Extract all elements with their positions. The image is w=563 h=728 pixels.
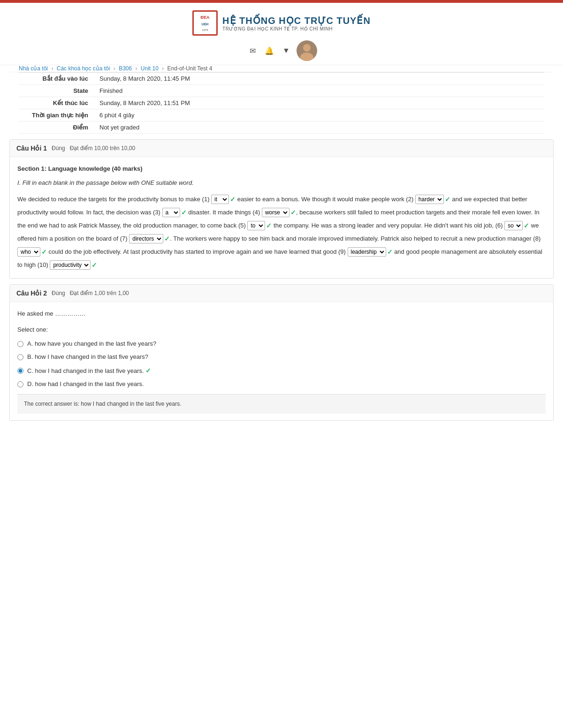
- question-2-body: He asked me …………… Select one: A. how hav…: [10, 302, 553, 420]
- breadcrumb-home[interactable]: Nhà của tôi: [19, 65, 48, 72]
- opt-c-radio[interactable]: [17, 368, 23, 374]
- dropdown-arrow-icon[interactable]: ▼: [280, 44, 293, 57]
- nav-icons: ✉ 🔔 ▼: [246, 40, 317, 61]
- answer-select[interactable]: to▼: [247, 221, 265, 230]
- breadcrumb-current: End-of-Unit Test 4: [167, 65, 213, 72]
- correct-answer-text: The correct answer is: how I had changed…: [24, 401, 182, 407]
- inline-answer: who▼✓: [17, 245, 47, 258]
- passage-text: the company. He was a strong leader and …: [272, 222, 504, 229]
- info-label: Bắt đầu vào lúc: [19, 73, 94, 85]
- question-2-status: Đúng: [52, 290, 65, 296]
- inline-answer: leadership▼✓: [348, 245, 393, 258]
- breadcrumb-b306[interactable]: B306: [119, 65, 132, 72]
- inline-answer: directors▼✓: [129, 232, 170, 245]
- radio-option: A. how have you changed in the last five…: [17, 339, 546, 349]
- answer-select[interactable]: productivity▼: [50, 260, 91, 270]
- svg-point-5: [303, 44, 311, 52]
- answer-select[interactable]: directors▼: [129, 234, 163, 243]
- info-value: Sunday, 8 March 2020, 11:51 PM: [94, 97, 544, 109]
- passage-text: . The workers were happy to see him back…: [170, 235, 540, 242]
- inline-answer: to▼✓: [247, 219, 272, 232]
- correct-checkmark-icon: ✓: [266, 219, 272, 232]
- question-1-header: Câu Hỏi 1 Đúng Đạt điểm 10,00 trên 10,00: [10, 140, 553, 157]
- question-1-title: Câu Hỏi 1: [16, 144, 47, 152]
- correct-checkmark-icon: ✓: [91, 258, 97, 272]
- question-2-title: Câu Hỏi 2: [16, 289, 47, 297]
- correct-checkmark-icon: ✓: [387, 245, 393, 258]
- correct-checkmark-icon: ✓: [181, 206, 187, 219]
- correct-checkmark-icon: ✓: [164, 232, 170, 245]
- section-title: Section 1: Language knowledge (40 marks): [17, 164, 546, 174]
- fill-instruction: I. Fill in each blank in the passage bel…: [17, 178, 546, 188]
- question-1-card: Câu Hỏi 1 Đúng Đạt điểm 10,00 trên 10,00…: [9, 139, 554, 279]
- opt-b-radio[interactable]: [17, 354, 23, 360]
- svg-text:1976: 1976: [202, 29, 208, 31]
- message-icon[interactable]: ✉: [246, 44, 259, 57]
- inline-answer: it▼✓: [211, 193, 236, 206]
- header: ĐEA UEH 1976 HỆ THỐNG HỌC TRỰC TUYẾN TRƯ…: [0, 3, 563, 65]
- avatar[interactable]: [297, 40, 317, 61]
- passage-text: We decided to reduce the targets for the…: [17, 196, 211, 203]
- info-row: ĐiểmNot yet graded: [19, 121, 544, 134]
- opt-d-label: D. how had I changed in the last five ye…: [27, 379, 144, 389]
- answer-select[interactable]: a▼: [162, 208, 180, 217]
- svg-text:ĐEA: ĐEA: [201, 15, 210, 20]
- info-label: State: [19, 85, 94, 97]
- info-row: Kết thúc lúcSunday, 8 March 2020, 11:51 …: [19, 97, 544, 109]
- correct-answer-box: The correct answer is: how I had changed…: [17, 394, 546, 413]
- bell-icon[interactable]: 🔔: [263, 44, 276, 57]
- answer-select[interactable]: leadership▼: [348, 247, 386, 257]
- info-row: Thời gian thực hiện6 phút 4 giây: [19, 109, 544, 121]
- opt-c-label: C. how I had changed in the last five ye…: [27, 365, 151, 377]
- correct-checkmark-icon: ✓: [290, 206, 296, 219]
- info-value: Finished: [94, 85, 544, 97]
- breadcrumb-unit10[interactable]: Unit 10: [141, 65, 159, 72]
- opt-a-label: A. how have you changed in the last five…: [27, 339, 156, 349]
- opt-d-radio[interactable]: [17, 381, 23, 387]
- university-logo: ĐEA UEH 1976: [192, 10, 218, 36]
- radio-option: B. how I have changed in the last five y…: [17, 352, 546, 362]
- inline-answer: harder▼✓: [415, 193, 450, 206]
- inline-answer: a▼✓: [162, 206, 187, 219]
- answer-select[interactable]: who▼: [17, 247, 40, 257]
- answer-select[interactable]: harder▼: [415, 195, 444, 204]
- info-row: StateFinished: [19, 85, 544, 97]
- info-label: Điểm: [19, 121, 94, 134]
- breadcrumb-courses[interactable]: Các khoá học của tôi: [57, 65, 110, 72]
- info-table: Bắt đầu vào lúcSunday, 8 March 2020, 11:…: [19, 72, 544, 134]
- info-value: Not yet graded: [94, 121, 544, 134]
- opt-b-label: B. how I have changed in the last five y…: [27, 352, 148, 362]
- question-1-status: Đúng: [52, 145, 65, 152]
- opt-a-radio[interactable]: [17, 341, 23, 347]
- correct-checkmark-icon: ✓: [230, 193, 236, 206]
- info-section: Bắt đầu vào lúcSunday, 8 March 2020, 11:…: [9, 72, 554, 134]
- question-2-stem: He asked me ……………: [17, 309, 546, 319]
- answer-select[interactable]: worse▼: [262, 208, 289, 217]
- radio-option: C. how I had changed in the last five ye…: [17, 365, 546, 377]
- inline-answer: productivity▼✓: [50, 258, 97, 272]
- info-value: 6 phút 4 giây: [94, 109, 544, 121]
- answer-select[interactable]: so▼: [504, 221, 523, 230]
- info-label: Thời gian thực hiện: [19, 109, 94, 121]
- correct-checkmark-icon: ✓: [524, 219, 529, 232]
- correct-checkmark-icon: ✓: [445, 193, 450, 206]
- svg-text:UEH: UEH: [202, 23, 209, 26]
- question-1-body: Section 1: Language knowledge (40 marks)…: [10, 157, 553, 278]
- passage-text: disaster. It made things (4): [187, 209, 262, 216]
- select-label: Select one:: [17, 325, 546, 335]
- breadcrumb: Nhà của tôi › Các khoá học của tôi › B30…: [9, 65, 554, 72]
- correct-checkmark-icon: ✓: [41, 245, 47, 258]
- info-label: Kết thúc lúc: [19, 97, 94, 109]
- answer-select[interactable]: it▼: [211, 195, 229, 204]
- question-2-score: Đạt điểm 1,00 trên 1,00: [70, 290, 129, 296]
- university-name: HỆ THỐNG HỌC TRỰC TUYẾN TRƯỜNG ĐẠI HỌC K…: [222, 15, 371, 31]
- question-2-header: Câu Hỏi 2 Đúng Đạt điểm 1,00 trên 1,00: [10, 285, 553, 302]
- inline-answer: worse▼✓: [262, 206, 296, 219]
- correct-checkmark-icon: ✓: [144, 367, 152, 374]
- inline-answer: so▼✓: [504, 219, 529, 232]
- radio-option: D. how had I changed in the last five ye…: [17, 379, 546, 389]
- question-2-card: Câu Hỏi 2 Đúng Đạt điểm 1,00 trên 1,00 H…: [9, 284, 554, 421]
- passage-block: We decided to reduce the targets for the…: [17, 193, 546, 272]
- info-value: Sunday, 8 March 2020, 11:45 PM: [94, 73, 544, 85]
- question-1-score: Đạt điểm 10,00 trên 10,00: [70, 145, 135, 152]
